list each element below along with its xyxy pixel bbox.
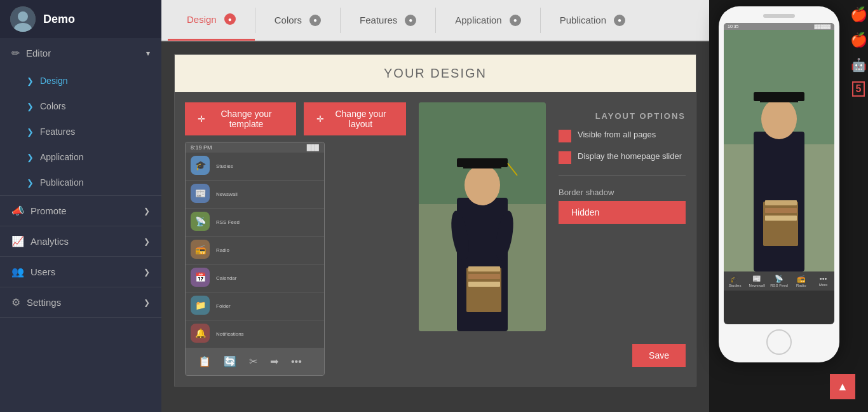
phone-home-button[interactable] xyxy=(766,329,792,355)
phone-status-bar: 8:19 PM ███ xyxy=(186,142,324,153)
copy-icon[interactable]: 📋 xyxy=(196,353,214,370)
phone-app-newswall[interactable]: 📰 Newswall xyxy=(186,181,324,209)
sidebar-item-features[interactable]: ❯ Features xyxy=(0,119,161,144)
phone-nav-radio[interactable]: 📻 Radio xyxy=(790,273,812,289)
editor-section-header[interactable]: ✏ Editor ▾ xyxy=(0,38,161,68)
phone-nav-rss[interactable]: 📡 RSS Feed xyxy=(768,273,790,289)
sidebar-item-application[interactable]: ❯ Application xyxy=(0,144,161,170)
megaphone-icon: 📣 xyxy=(11,205,24,217)
rss-app-label: RSS Feed xyxy=(216,219,240,225)
chart-icon: 📈 xyxy=(11,235,24,247)
rss-nav-label: RSS Feed xyxy=(770,284,788,287)
content-area: YOUR DESIGN ✛ Change your template ✛ Cha… xyxy=(161,41,709,412)
tab-colors[interactable]: Colors ● xyxy=(255,0,340,41)
graduate-svg xyxy=(419,102,546,331)
more-nav-icon: ••• xyxy=(820,275,827,282)
tab-publication[interactable]: Publication ● xyxy=(541,0,644,41)
sidebar-item-design[interactable]: ❯ Design xyxy=(0,68,161,93)
phone-app-studies[interactable]: 🎓 Studies xyxy=(186,153,324,181)
radio-nav-label: Radio xyxy=(796,284,806,287)
tab-application[interactable]: Application ● xyxy=(436,0,539,41)
display-slider-label: Display the homepage slider xyxy=(578,151,682,161)
cut-icon[interactable]: ✂ xyxy=(247,353,260,370)
promote-section-header[interactable]: 📣 Promote ❯ xyxy=(0,196,161,226)
plus-icon-2: ✛ xyxy=(316,114,324,124)
phone-app-notifications[interactable]: 🔔 Notifications xyxy=(186,320,324,348)
settings-section-header[interactable]: ⚙ Settings ❯ xyxy=(0,287,161,317)
phone-time: 8:19 PM xyxy=(191,144,212,151)
chevron-right-icon: ❯ xyxy=(144,298,150,307)
phone-bottom-toolbar: 📋 🔄 ✂ ➡ ••• xyxy=(186,348,324,375)
display-slider-row: Display the homepage slider xyxy=(559,151,686,164)
phone-screen-battery: ▓▓▓▓▓ xyxy=(814,24,831,29)
phone-nav-newswall[interactable]: 📰 Newswall xyxy=(746,273,768,289)
change-layout-button[interactable]: ✛ Change your layout xyxy=(304,102,406,135)
arrow-icon: ❯ xyxy=(27,76,34,86)
html5-icon[interactable]: 5 xyxy=(852,81,865,97)
change-template-button[interactable]: ✛ Change your template xyxy=(185,102,296,135)
phone-app-folder[interactable]: 📁 Folder xyxy=(186,292,324,320)
sidebar-section-promote: 📣 Promote ❯ xyxy=(0,196,161,226)
svg-rect-12 xyxy=(468,274,500,279)
right-phone-section: 10:35 ▓▓▓▓▓ xyxy=(709,0,849,412)
more-icon[interactable]: ••• xyxy=(288,354,304,370)
svg-rect-13 xyxy=(468,282,500,287)
tab-colors-label: Colors xyxy=(275,15,302,25)
notifications-app-icon: 🔔 xyxy=(191,324,210,343)
phone-app-calendar[interactable]: 📅 Calendar xyxy=(186,264,324,292)
phone-nav-studies[interactable]: 🎓 Studies xyxy=(724,273,746,289)
phone-app-radio[interactable]: 📻 Radio xyxy=(186,237,324,264)
svg-rect-21 xyxy=(754,92,804,101)
newswall-nav-label: Newswall xyxy=(749,284,765,287)
phone-nav-more[interactable]: ••• More xyxy=(812,273,834,289)
hidden-btn[interactable]: Hidden xyxy=(559,201,686,224)
buttons-row: ✛ Change your template ✛ Change your lay… xyxy=(185,102,406,135)
arrow-icon: ❯ xyxy=(27,153,34,162)
phone-outer: 10:35 ▓▓▓▓▓ xyxy=(719,6,839,362)
sidebar-item-colors[interactable]: ❯ Colors xyxy=(0,93,161,119)
graduate-preview xyxy=(419,102,546,331)
visible-all-pages-checkbox[interactable] xyxy=(559,130,571,142)
rss-nav-icon: 📡 xyxy=(775,275,783,283)
features-label: Features xyxy=(40,127,75,137)
arrow-icon: ❯ xyxy=(27,127,34,137)
display-slider-checkbox[interactable] xyxy=(559,151,571,164)
design-body: ✛ Change your template ✛ Change your lay… xyxy=(175,92,696,386)
avatar xyxy=(10,6,36,32)
sidebar-header: Demo xyxy=(0,0,161,38)
studies-app-label: Studies xyxy=(216,163,233,169)
publication-label: Publication xyxy=(40,177,84,188)
arrow-icon[interactable]: ➡ xyxy=(268,353,281,370)
gear-icon: ⚙ xyxy=(11,296,20,308)
svg-point-19 xyxy=(761,99,797,139)
sidebar-section-editor: ✏ Editor ▾ ❯ Design ❯ Colors ❯ Features … xyxy=(0,38,161,196)
folder-app-icon: 📁 xyxy=(191,296,210,315)
refresh-icon[interactable]: 🔄 xyxy=(221,353,239,370)
phone-screen-nav: 🎓 Studies 📰 Newswall 📡 RSS Feed 📻 Radio … xyxy=(724,271,834,291)
tab-publication-label: Publication xyxy=(560,15,606,25)
phone-screen-status: 10:35 ▓▓▓▓▓ xyxy=(724,23,834,30)
analytics-section-header[interactable]: 📈 Analytics ❯ xyxy=(0,226,161,256)
tab-application-dot: ● xyxy=(510,15,521,26)
svg-rect-24 xyxy=(765,208,797,213)
tab-colors-dot: ● xyxy=(309,15,321,26)
users-section-header[interactable]: 👥 Users ❯ xyxy=(0,257,161,287)
phone-section: ✛ Change your template ✛ Change your lay… xyxy=(185,102,406,376)
studies-nav-icon: 🎓 xyxy=(730,275,739,283)
sidebar: Demo ✏ Editor ▾ ❯ Design ❯ Colors ❯ Feat… xyxy=(0,0,161,412)
design-title: YOUR DESIGN xyxy=(384,66,487,80)
sidebar-item-publication[interactable]: ❯ Publication xyxy=(0,170,161,195)
arrow-icon: ❯ xyxy=(27,102,34,111)
phone-app-rss[interactable]: 📡 RSS Feed xyxy=(186,209,324,237)
tab-design[interactable]: Design ● xyxy=(168,0,255,41)
analytics-label: Analytics xyxy=(31,236,69,247)
plus-icon: ✛ xyxy=(198,114,205,124)
save-button[interactable]: Save xyxy=(632,344,686,367)
chevron-right-icon: ❯ xyxy=(144,207,150,216)
android-icon[interactable]: 🤖 xyxy=(851,57,867,72)
phone-grad-image xyxy=(724,30,834,271)
scroll-up-button[interactable]: ▲ xyxy=(830,374,855,399)
apple-ios-icon[interactable]: 🍎 xyxy=(850,6,867,23)
apple-mac-icon[interactable]: 🍎 xyxy=(850,32,867,48)
tab-features[interactable]: Features ● xyxy=(341,0,435,41)
